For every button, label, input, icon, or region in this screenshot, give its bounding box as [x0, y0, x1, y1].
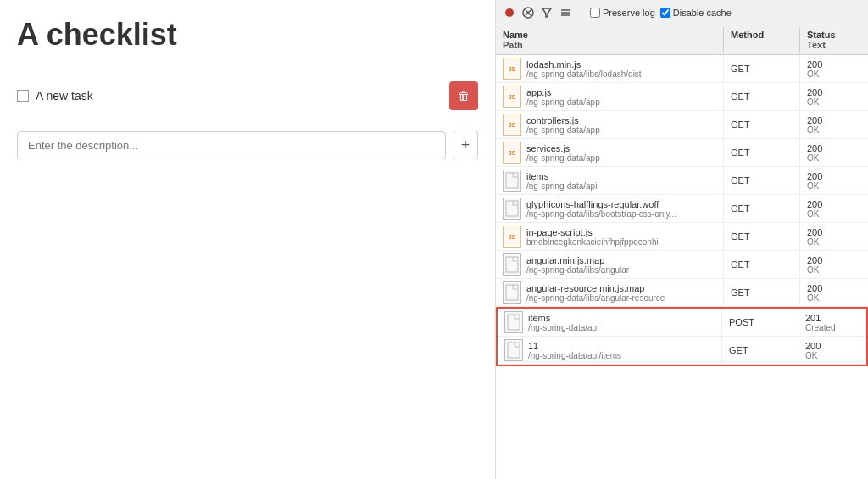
table-row[interactable]: angular.min.js.map/ng-spring-data/libs/a… — [496, 251, 868, 279]
status-code: 200 — [807, 255, 822, 265]
file-path: /ng-spring-data/libs/angular-resource — [526, 293, 665, 303]
file-icon — [503, 170, 521, 192]
status-code: 200 — [807, 143, 822, 153]
status-text: OK — [807, 70, 819, 79]
status-code: 200 — [805, 341, 821, 351]
table-row[interactable]: JSin-page-script.jsbmdblncegkenkacieihfh… — [496, 223, 868, 251]
right-panel: Preserve log Disable cache Name Path Met… — [496, 0, 868, 479]
cancel-icon[interactable] — [521, 6, 535, 19]
status-code: 201 — [805, 313, 821, 323]
file-path: /ng-spring-data/libs/angular — [526, 265, 629, 275]
name-cell: items/ng-spring-data/api — [496, 167, 724, 194]
file-icon: JS — [503, 86, 521, 108]
list-icon[interactable] — [559, 6, 572, 19]
method-cell: GET — [724, 195, 800, 222]
status-cell: 201Created — [798, 309, 866, 336]
table-row[interactable]: items/ng-spring-data/apiPOST201Created — [498, 309, 866, 337]
preserve-log-checkbox[interactable] — [590, 8, 600, 18]
table-row[interactable]: 11/ng-spring-data/api/itemsGET200OK — [498, 337, 866, 365]
highlighted-group: items/ng-spring-data/apiPOST201Created11… — [496, 307, 868, 366]
status-cell: 200OK — [800, 279, 868, 306]
file-path: /ng-spring-data/app — [526, 97, 600, 107]
method-cell: GET — [724, 251, 800, 278]
file-name: 11 — [528, 341, 621, 351]
task-item: A new task 🗑 — [17, 78, 478, 114]
status-text: OK — [805, 351, 817, 360]
file-name: angular.min.js.map — [526, 255, 629, 265]
file-path: /ng-spring-data/app — [526, 125, 600, 135]
add-button[interactable]: + — [453, 131, 478, 159]
status-code: 200 — [807, 227, 822, 237]
name-cell: glyphicons-halflings-regular.woff/ng-spr… — [496, 195, 724, 222]
header-method: Method — [724, 27, 800, 53]
left-panel: A checklist A new task 🗑 + — [0, 0, 496, 479]
disable-cache-checkbox[interactable] — [660, 8, 670, 18]
status-text: OK — [807, 265, 819, 275]
table-row[interactable]: items/ng-spring-data/apiGET200OK — [496, 167, 868, 195]
table-row[interactable]: angular-resource.min.js.map/ng-spring-da… — [496, 279, 868, 307]
name-cell: angular.min.js.map/ng-spring-data/libs/a… — [496, 251, 724, 278]
name-cell: angular-resource.min.js.map/ng-spring-da… — [496, 279, 724, 306]
name-cell: JSapp.js/ng-spring-data/app — [496, 83, 724, 110]
file-icon — [504, 339, 523, 361]
status-text: OK — [807, 97, 819, 107]
status-cell: 200OK — [800, 83, 868, 110]
svg-rect-10 — [506, 257, 518, 272]
method-cell: GET — [724, 55, 800, 82]
status-text: Created — [805, 323, 836, 332]
file-name: app.js — [526, 87, 600, 97]
toolbar-separator — [581, 6, 581, 19]
method-cell: GET — [724, 83, 800, 110]
svg-rect-9 — [506, 201, 518, 216]
status-text: OK — [807, 153, 819, 163]
file-name: in-page-script.js — [526, 227, 659, 237]
record-icon[interactable] — [503, 6, 516, 19]
file-path: /ng-spring-data/app — [526, 153, 600, 163]
status-text: OK — [807, 237, 819, 247]
name-cell: 11/ng-spring-data/api/items — [498, 337, 722, 364]
name-cell: items/ng-spring-data/api — [498, 309, 722, 336]
status-cell: 200OK — [800, 139, 868, 166]
filter-icon[interactable] — [540, 6, 554, 19]
method-cell: GET — [724, 167, 800, 194]
svg-marker-4 — [542, 8, 551, 17]
file-icon: JS — [503, 226, 521, 248]
task-label: A new task — [36, 89, 93, 103]
method-cell: GET — [724, 139, 800, 166]
disable-cache-label[interactable]: Disable cache — [660, 8, 732, 18]
delete-button[interactable]: 🗑 — [449, 81, 478, 110]
file-path: /ng-spring-data/api — [526, 181, 597, 191]
file-name: angular-resource.min.js.map — [526, 283, 665, 293]
table-row[interactable]: JSservices.js/ng-spring-data/appGET200OK — [496, 139, 868, 167]
file-path: bmdblncegkenkacieihfhpjfppoconhi — [526, 237, 659, 247]
table-row[interactable]: JSapp.js/ng-spring-data/appGET200OK — [496, 83, 868, 111]
svg-rect-11 — [506, 285, 518, 300]
file-icon: JS — [503, 114, 521, 136]
status-code: 200 — [807, 171, 822, 181]
task-checkbox[interactable] — [17, 90, 29, 102]
description-input[interactable] — [17, 131, 446, 159]
preserve-log-label[interactable]: Preserve log — [590, 8, 655, 18]
name-cell: JScontrollers.js/ng-spring-data/app — [496, 111, 724, 138]
status-cell: 200OK — [800, 167, 868, 194]
devtools-toolbar: Preserve log Disable cache — [496, 0, 868, 25]
table-row[interactable]: JScontrollers.js/ng-spring-data/appGET20… — [496, 111, 868, 139]
name-cell: JSin-page-script.jsbmdblncegkenkacieihfh… — [496, 223, 724, 250]
file-name: services.js — [526, 143, 600, 153]
trash-icon: 🗑 — [458, 89, 470, 103]
name-cell: JSlodash.min.js/ng-spring-data/libs/loda… — [496, 55, 724, 82]
method-cell: GET — [724, 111, 800, 138]
table-row[interactable]: glyphicons-halflings-regular.woff/ng-spr… — [496, 195, 868, 223]
file-path: /ng-spring-data/api/items — [528, 351, 621, 360]
table-row[interactable]: JSlodash.min.js/ng-spring-data/libs/loda… — [496, 55, 868, 83]
status-cell: 200OK — [800, 223, 868, 250]
file-icon — [503, 253, 521, 276]
file-path: /ng-spring-data/api — [528, 323, 598, 332]
method-cell: GET — [724, 279, 800, 306]
file-name: items — [528, 313, 598, 323]
file-path: /ng-spring-data/libs/lodash/dist — [526, 70, 642, 79]
header-status: Status Text — [800, 27, 868, 53]
network-table: Name Path Method Status Text JSlodash.mi… — [496, 25, 868, 479]
network-rows: JSlodash.min.js/ng-spring-data/libs/loda… — [496, 55, 868, 366]
method-cell: GET — [722, 337, 798, 364]
